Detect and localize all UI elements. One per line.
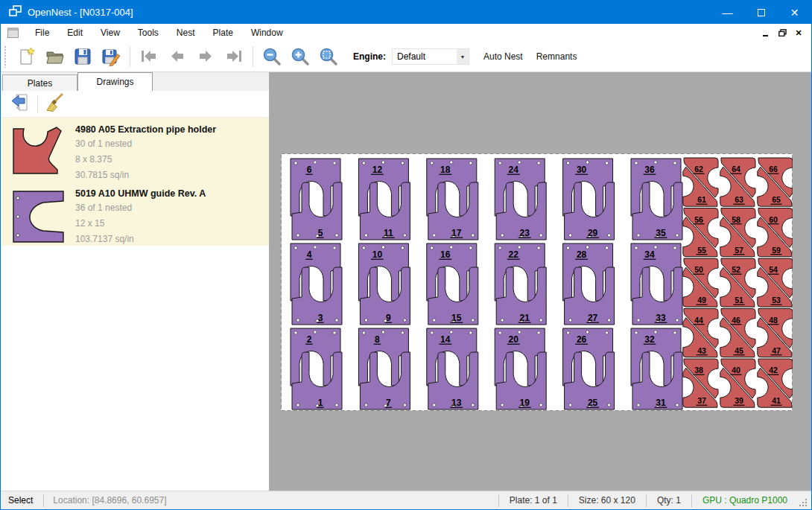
svg-text:15: 15 — [451, 313, 462, 323]
svg-text:37: 37 — [697, 396, 706, 405]
svg-text:50: 50 — [694, 265, 703, 274]
svg-text:41: 41 — [772, 396, 781, 405]
drawing-title: 5019 A10 UHMW guide Rev. A — [75, 187, 206, 200]
drawing-item-5019[interactable]: 5019 A10 UHMW guide Rev. A 36 of 1 neste… — [1, 182, 269, 246]
back-arrow-icon[interactable] — [10, 92, 31, 115]
svg-text:46: 46 — [732, 316, 740, 325]
svg-text:21: 21 — [520, 313, 530, 323]
svg-text:52: 52 — [732, 265, 740, 274]
svg-text:65: 65 — [772, 195, 781, 204]
chevron-down-icon[interactable]: ▼ — [457, 49, 469, 64]
svg-text:39: 39 — [735, 396, 743, 405]
window-title: OpenNest - [N0317-004] — [28, 7, 711, 18]
drawing-area: 103.7137 sq/in — [75, 232, 206, 247]
svg-text:34: 34 — [644, 249, 655, 260]
mode-indicator: Select — [1, 495, 43, 506]
svg-text:47: 47 — [772, 346, 781, 355]
document-window-icon[interactable] — [7, 28, 19, 38]
child-minimize-icon[interactable] — [758, 25, 774, 40]
svg-text:26: 26 — [577, 334, 587, 345]
status-bar: Select Location: [84.8696, 60.6957] Plat… — [1, 491, 811, 509]
child-close-icon[interactable]: ✕ — [790, 25, 807, 40]
svg-text:58: 58 — [732, 215, 740, 224]
svg-text:3: 3 — [318, 313, 323, 323]
remnants-button[interactable]: Remnants — [530, 47, 584, 66]
zoom-in-icon[interactable] — [286, 44, 314, 69]
open-file-icon[interactable] — [40, 44, 69, 69]
menu-file[interactable]: File — [26, 25, 58, 41]
svg-text:6: 6 — [307, 165, 312, 175]
svg-text:4: 4 — [307, 249, 312, 260]
tab-drawings[interactable]: Drawings — [77, 72, 153, 91]
svg-text:9: 9 — [386, 313, 391, 323]
menu-tools[interactable]: Tools — [129, 25, 168, 41]
tab-plates[interactable]: Plates — [2, 74, 77, 91]
svg-text:31: 31 — [656, 398, 666, 408]
svg-text:1: 1 — [318, 398, 323, 408]
svg-text:56: 56 — [694, 215, 703, 224]
zoom-out-icon[interactable] — [258, 44, 286, 69]
app-icon — [9, 5, 22, 19]
close-button[interactable]: ✕ — [778, 1, 811, 24]
clean-broom-icon[interactable] — [45, 92, 66, 115]
svg-text:22: 22 — [509, 249, 519, 260]
drawing-thumbnail-purple — [1, 182, 75, 246]
svg-text:38: 38 — [694, 366, 703, 374]
last-plate-icon[interactable] — [220, 44, 248, 69]
drawings-panel-toolbar — [1, 91, 269, 118]
svg-text:8: 8 — [375, 334, 380, 345]
svg-text:35: 35 — [656, 228, 666, 238]
svg-text:14: 14 — [440, 334, 451, 345]
svg-text:30: 30 — [577, 165, 587, 175]
svg-text:25: 25 — [588, 398, 598, 408]
first-plate-icon[interactable] — [135, 44, 163, 69]
engine-value: Default — [393, 51, 457, 62]
nest-canvas[interactable]: 6512111817242330293635431091615222128273… — [270, 72, 811, 491]
svg-text:27: 27 — [588, 313, 598, 323]
svg-text:36: 36 — [644, 165, 655, 175]
save-icon[interactable] — [69, 44, 97, 69]
resize-grip[interactable] — [798, 497, 810, 509]
engine-combobox[interactable]: Default ▼ — [392, 48, 469, 65]
svg-text:49: 49 — [697, 296, 706, 305]
menu-edit[interactable]: Edit — [58, 25, 92, 41]
drawing-list: 4980 A05 Extraction pipe holder 30 of 1 … — [1, 118, 269, 491]
main-area: Plates Drawings — [1, 72, 811, 491]
save-as-icon[interactable] — [97, 44, 125, 69]
next-plate-icon[interactable] — [191, 44, 220, 69]
drawing-nested-count: 36 of 1 nested — [75, 200, 206, 216]
new-file-icon[interactable] — [12, 44, 40, 69]
plate-count: Plate: 1 of 1 — [499, 495, 568, 506]
menu-view[interactable]: View — [92, 25, 129, 41]
child-restore-icon[interactable] — [774, 25, 790, 40]
svg-text:32: 32 — [644, 334, 655, 345]
sidebar-tabs: Plates Drawings — [1, 72, 269, 91]
auto-nest-button[interactable]: Auto Nest — [477, 47, 530, 66]
svg-text:59: 59 — [772, 246, 781, 255]
svg-text:23: 23 — [520, 228, 530, 238]
svg-text:53: 53 — [772, 296, 781, 305]
minimize-button[interactable]: — — [711, 1, 744, 24]
svg-text:55: 55 — [697, 246, 706, 255]
engine-label: Engine: — [353, 51, 386, 62]
zoom-fit-icon[interactable] — [314, 44, 343, 69]
previous-plate-icon[interactable] — [163, 44, 191, 69]
svg-text:20: 20 — [509, 334, 519, 345]
svg-text:61: 61 — [697, 195, 706, 204]
svg-text:62: 62 — [694, 165, 703, 173]
svg-text:24: 24 — [509, 165, 519, 175]
drawing-area: 30.7815 sq/in — [75, 168, 216, 183]
svg-text:45: 45 — [735, 346, 743, 355]
menu-plate[interactable]: Plate — [204, 25, 242, 41]
svg-text:29: 29 — [588, 228, 598, 238]
svg-text:43: 43 — [697, 346, 706, 355]
plate-qty: Qty: 1 — [647, 495, 691, 506]
maximize-button[interactable] — [744, 1, 778, 24]
plate[interactable]: 6512111817242330293635431091615222128273… — [281, 153, 793, 411]
svg-text:10: 10 — [372, 249, 383, 260]
svg-text:48: 48 — [769, 316, 778, 325]
toolbar-grip[interactable] — [4, 45, 7, 68]
drawing-item-4980[interactable]: 4980 A05 Extraction pipe holder 30 of 1 … — [1, 118, 269, 182]
menu-window[interactable]: Window — [242, 25, 292, 41]
menu-nest[interactable]: Nest — [168, 25, 204, 41]
